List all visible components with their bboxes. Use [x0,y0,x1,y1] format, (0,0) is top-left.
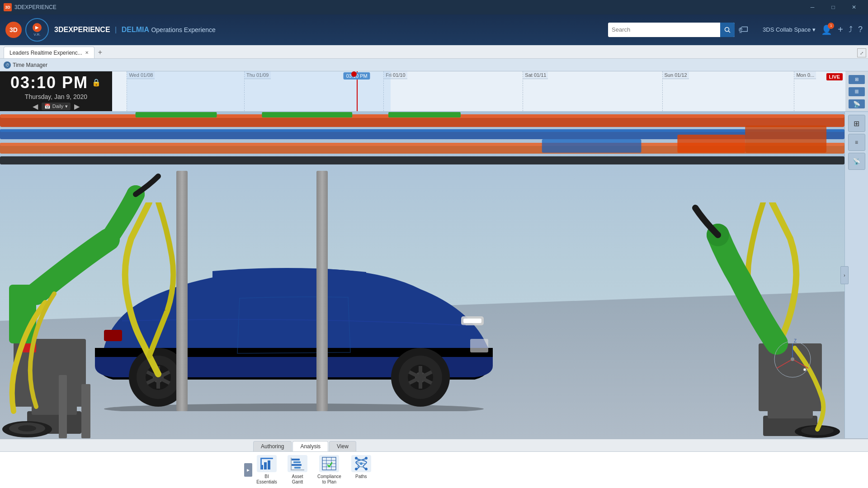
tab-close-icon[interactable]: ✕ [85,50,89,55]
svg-line-55 [777,359,793,368]
timeline-nav-controls: ◀ 📅 Daily ▾ ▶ [33,102,80,111]
svg-point-56 [791,357,794,361]
timeline-next-button[interactable]: ▶ [74,102,80,111]
svg-rect-5 [0,129,844,132]
conveyor-system [0,112,844,171]
help-button[interactable]: ? [858,25,863,34]
period-selector[interactable]: 📅 Daily ▾ [42,103,71,110]
header-right-icons: 3DS Collab Space ▾ 👤 1 + ⤴ ? [763,24,863,35]
window-controls[interactable]: ─ □ ✕ [802,0,864,14]
share-button[interactable]: ⤴ [849,25,853,34]
collab-space-label: 3DS Collab Space [763,26,811,33]
titlebar: 3D 3DEXPERIENCE ─ □ ✕ [0,0,868,14]
calendar-icon: 📅 [44,103,51,109]
marker-sun: Sun 01/12 [662,71,689,111]
marker-sat: Sat 01/11 [523,71,548,111]
date-display: Thursday, Jan 9, 2020 [25,93,87,100]
svg-rect-44 [470,339,488,352]
compliance-to-plan-icon [319,455,339,472]
3d-viewport: Z [0,112,844,438]
svg-point-57 [803,368,806,371]
svg-rect-59 [264,462,267,469]
add-tab-button[interactable]: + [94,47,106,58]
right-panel-grid-button[interactable]: ⊞ [848,115,865,132]
right-panel-signal-button[interactable]: 📡 [848,153,865,170]
maximize-button[interactable]: □ [823,0,844,14]
collab-space-button[interactable]: 3DS Collab Space ▾ [763,26,816,33]
panel2-button[interactable]: 📡 [849,99,865,108]
minimize-button[interactable]: ─ [802,0,823,14]
timemanager-label: ⏱ Time Manager [4,61,47,69]
toolbar-content: ▸ BI Essentials [0,452,868,488]
tool-asset-gantt[interactable]: Asset Gantt [284,453,311,487]
3dexperience-label: 3DEXPERIENCE [54,26,110,33]
brand-pipe: | [115,26,119,33]
svg-rect-14 [745,126,826,153]
svg-point-78 [355,457,358,460]
tab-analysis[interactable]: Analysis [292,441,328,451]
maximize-view-button[interactable]: ⤢ [857,48,866,57]
play-button-logo: ▶ [33,23,42,32]
search-box[interactable] [608,23,735,37]
bi-essentials-icon [257,455,277,472]
timemanager-icon: ⏱ [4,61,11,69]
svg-rect-67 [291,458,292,470]
search-icon [724,27,731,33]
svg-rect-66 [294,467,301,469]
svg-rect-63 [291,459,300,460]
asset-gantt-icon [288,455,307,472]
paths-icon [351,455,371,472]
logo-area: 3D ▶ V.R. [5,18,49,42]
svg-rect-68 [291,469,304,470]
toolbar-expand-button[interactable]: ▸ [244,463,252,477]
compliance-to-plan-label: Compliance to Plan [317,474,341,485]
main-tab[interactable]: Leaders Realtime Experienc... ✕ [4,47,94,58]
asset-gantt-svg [290,457,305,470]
search-input[interactable] [612,26,717,33]
tool-bi-essentials[interactable]: BI Essentials [253,453,280,487]
paths-svg [354,456,369,471]
svg-rect-8 [388,112,461,117]
grid-view-button[interactable]: ⊞ [849,75,865,84]
svg-point-81 [355,468,358,470]
title-area: 3D 3DEXPERIENCE [4,3,57,11]
time-value: 03:10 PM [10,73,88,92]
tabbar: Leaders Realtime Experienc... ✕ + ⤢ [0,45,868,59]
vr-label: V.R. [34,33,41,37]
collapse-panel-button[interactable]: › [840,266,849,284]
svg-rect-13 [677,135,745,153]
tab-view[interactable]: View [329,441,356,451]
right-panel-panel-button[interactable]: ≡ [848,134,865,151]
toolbar-tabs: Authoring Analysis View [0,439,868,452]
tool-compliance-to-plan[interactable]: Compliance to Plan [315,453,344,487]
search-button[interactable] [720,23,735,37]
marker-mon: Mon 0... [794,71,816,111]
timemanager-text: Time Manager [13,62,47,68]
svg-rect-12 [542,139,642,153]
svg-line-54 [793,359,808,368]
bi-essentials-svg [259,457,274,470]
asset-gantt-label: Asset Gantt [292,474,303,485]
svg-point-82 [365,468,368,470]
svg-line-1 [729,31,731,33]
svg-text:Z: Z [794,339,797,343]
cursor-dot [351,71,357,77]
tag-icon[interactable]: 🏷 [738,24,748,36]
user-icon-button[interactable]: 👤 1 [821,24,832,35]
timeline-grid: Wed 01/08 Thu 01/09 Fri 01/10 Sat 01/11 … [112,71,845,111]
tool-group: BI Essentials Asset [253,453,375,487]
fixture-left [113,202,194,383]
panel1-button[interactable]: ≡ [849,87,865,96]
svg-rect-28 [463,319,481,323]
tab-authoring[interactable]: Authoring [253,441,292,451]
search-area: 🏷 [608,23,748,37]
lock-icon: 🔒 [92,78,102,87]
time-display-panel: 03:10 PM 🔒 Thursday, Jan 9, 2020 ◀ 📅 Dai… [0,71,112,112]
svg-rect-61 [260,458,273,459]
tool-paths[interactable]: Paths [348,453,375,481]
app-brand-title: 3DEXPERIENCE | DELMIA Operations Experie… [54,26,216,34]
close-button[interactable]: ✕ [844,0,864,14]
timeline-prev-button[interactable]: ◀ [33,102,38,111]
add-button[interactable]: + [838,24,843,35]
3dvr-logo: ▶ V.R. [25,18,49,42]
